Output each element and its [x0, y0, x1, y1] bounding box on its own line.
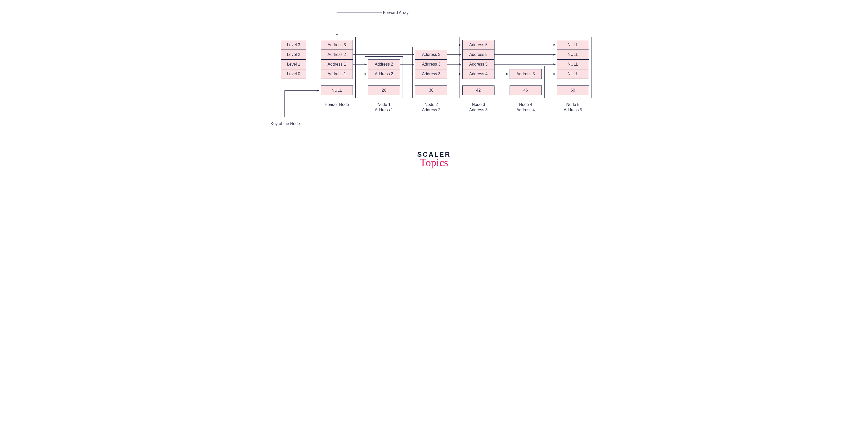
header-forward-cell: Address 1	[321, 69, 353, 79]
node-key-cell: 46	[509, 86, 542, 95]
level-cell: Level 2	[281, 50, 306, 59]
header-forward-cell: Address 1	[321, 59, 353, 69]
scaler-topics-logo: SCALER Topics	[417, 151, 451, 169]
header-forward-cell: Address 2	[321, 50, 353, 59]
node-forward-cell: Address 3	[415, 50, 447, 59]
header-forward-cell: Address 3	[321, 40, 353, 50]
node-forward-cell: NULL	[557, 59, 589, 69]
level-cell: Level 3	[281, 40, 306, 50]
node-name-label: Node 1Address 1	[365, 102, 403, 113]
node-forward-cell: Address 5	[462, 50, 495, 59]
level-cell: Level 1	[281, 59, 306, 69]
node-forward-cell: Address 5	[509, 69, 542, 79]
node-forward-cell: Address 5	[462, 59, 495, 69]
node-forward-cell: Address 4	[462, 69, 495, 79]
node-forward-cell: NULL	[557, 69, 589, 79]
node-key-cell: 26	[368, 86, 400, 95]
node-forward-cell: Address 2	[368, 59, 400, 69]
diagram-canvas: Forward Array Key of the Node Level 3 Le…	[245, 0, 623, 193]
node-key-cell: 60	[557, 86, 589, 95]
node-name-label: Node 4Address 4	[507, 102, 545, 113]
node-forward-cell: Address 5	[462, 40, 495, 50]
level-cell: Level 0	[281, 69, 306, 79]
header-node-label: Header Node	[318, 102, 355, 107]
node-key-cell: 42	[462, 86, 495, 95]
key-of-node-label: Key of the Node	[271, 121, 300, 127]
node-name-label: Node 3Address 3	[460, 102, 497, 113]
node-name-label: Node 2Address 2	[412, 102, 450, 113]
node-key-cell: 38	[415, 86, 447, 95]
logo-line2: Topics	[417, 156, 451, 169]
node-forward-cell: Address 3	[415, 69, 447, 79]
forward-array-label: Forward Array	[383, 10, 408, 15]
node-forward-cell: Address 2	[368, 69, 400, 79]
node-forward-cell: NULL	[557, 50, 589, 59]
node-forward-cell: Address 3	[415, 59, 447, 69]
header-key-cell: NULL	[321, 86, 353, 95]
node-name-label: Node 5Address 5	[554, 102, 592, 113]
node-forward-cell: NULL	[557, 40, 589, 50]
